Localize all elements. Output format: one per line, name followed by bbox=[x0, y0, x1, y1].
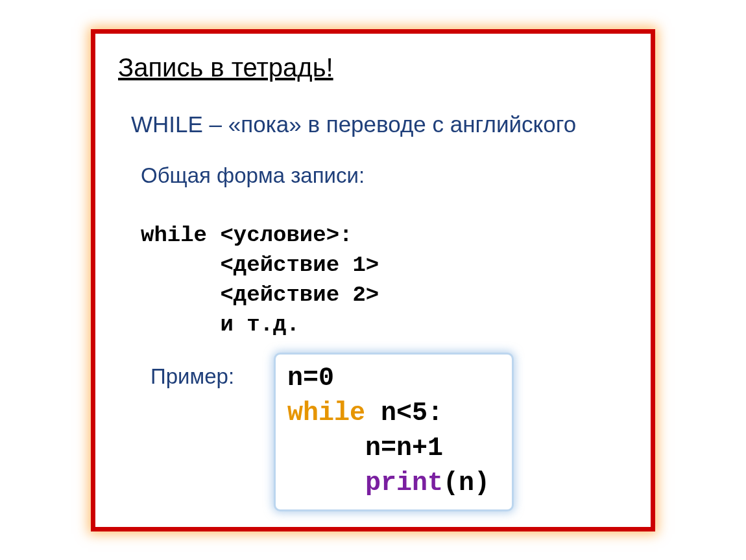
example-line-4-indent bbox=[287, 469, 365, 498]
keyword-while: while bbox=[287, 399, 365, 428]
example-line-4: print(n) bbox=[287, 466, 500, 501]
form-label: Общая форма записи: bbox=[141, 163, 365, 188]
content-card: Запись в тетрадь! WHILE – «пока» в перев… bbox=[91, 29, 655, 531]
function-print: print bbox=[365, 469, 443, 498]
code-line-4: и т.д. bbox=[141, 312, 300, 337]
example-line-2-rest: n<5: bbox=[365, 399, 443, 428]
slide: Запись в тетрадь! WHILE – «пока» в перев… bbox=[0, 0, 746, 560]
code-line-2: <действие 1> bbox=[141, 253, 379, 277]
example-line-3: n=n+1 bbox=[287, 431, 500, 466]
heading: Запись в тетрадь! bbox=[118, 53, 333, 82]
example-code-box: n=0 while n<5: n=n+1 print(n) bbox=[274, 353, 514, 511]
paren-close: ) bbox=[474, 469, 490, 498]
example-line-1: n=0 bbox=[287, 361, 500, 396]
print-arg: n bbox=[459, 469, 474, 498]
general-form-code: while <условие>: <действие 1> <действие … bbox=[141, 191, 379, 340]
subheading: WHILE – «пока» в переводе с английского bbox=[131, 111, 576, 137]
example-line-2: while n<5: bbox=[287, 396, 500, 431]
code-line-3: <действие 2> bbox=[141, 283, 379, 307]
example-label: Пример: bbox=[150, 364, 234, 389]
paren-open: ( bbox=[443, 469, 459, 498]
code-line-1: while <условие>: bbox=[141, 223, 352, 248]
